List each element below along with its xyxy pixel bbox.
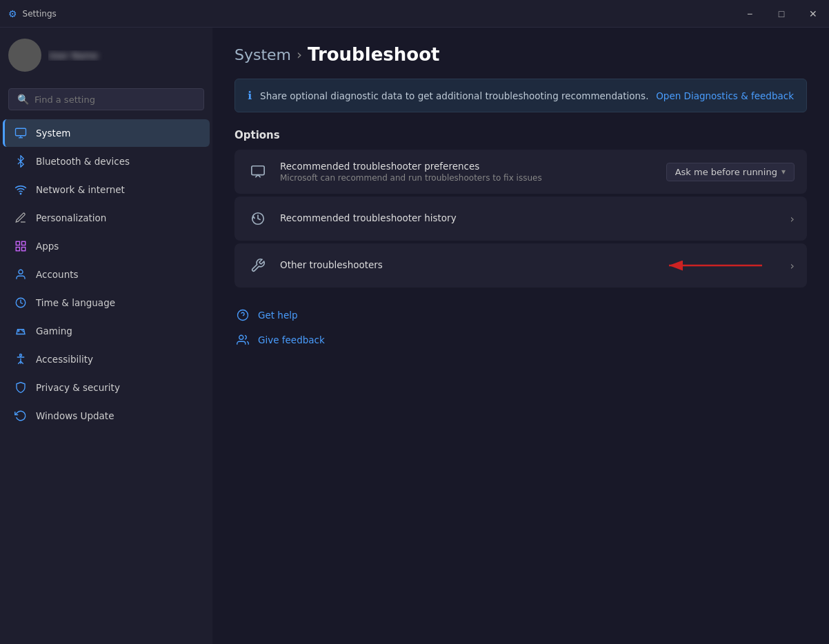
breadcrumb-parent[interactable]: System xyxy=(234,46,291,63)
app-container: User Name 🔍 SystemBluetooth & devicesNet… xyxy=(0,28,829,644)
sidebar-item-bluetooth[interactable]: Bluetooth & devices xyxy=(3,148,210,175)
option-title-2: Recommended troubleshooter history xyxy=(280,212,779,223)
settings-icon: ⚙ xyxy=(8,8,17,19)
get-help-link[interactable]: Get help xyxy=(234,307,298,323)
avatar xyxy=(8,39,41,72)
option-icon-history xyxy=(247,208,269,230)
sidebar-item-gaming[interactable]: Gaming xyxy=(3,317,210,345)
chevron-down-icon: ▾ xyxy=(781,167,786,177)
open-diagnostics-link[interactable]: Open Diagnostics & feedback xyxy=(656,90,794,101)
search-icon: 🔍 xyxy=(17,94,29,105)
nav-label-accessibility: Accessibility xyxy=(36,354,93,365)
sidebar-item-apps[interactable]: Apps xyxy=(3,232,210,260)
option-content-2: Recommended troubleshooter history xyxy=(280,212,779,225)
sidebar-item-accessibility[interactable]: Accessibility xyxy=(3,345,210,373)
info-icon: ℹ xyxy=(248,89,252,102)
chevron-right-icon-2: › xyxy=(790,259,795,272)
svg-rect-4 xyxy=(16,241,19,245)
sidebar-nav: SystemBluetooth & devicesNetwork & inter… xyxy=(0,119,212,430)
svg-rect-6 xyxy=(16,248,19,251)
nav-icon-apps xyxy=(14,239,28,253)
sidebar-item-time[interactable]: Time & language xyxy=(3,289,210,316)
svg-rect-0 xyxy=(16,128,26,136)
nav-label-network: Network & internet xyxy=(36,184,125,195)
search-box[interactable]: 🔍 xyxy=(8,88,204,110)
nav-icon-accessibility xyxy=(14,352,28,366)
nav-label-accounts: Accounts xyxy=(36,269,79,280)
search-input[interactable] xyxy=(34,94,195,105)
svg-point-12 xyxy=(22,330,23,331)
svg-point-20 xyxy=(239,335,243,339)
svg-rect-5 xyxy=(22,241,26,245)
option-recommended-prefs[interactable]: Recommended troubleshooter preferences M… xyxy=(234,150,807,194)
nav-label-apps: Apps xyxy=(36,241,59,252)
option-content-3: Other troubleshooters xyxy=(280,259,779,272)
nav-icon-accounts xyxy=(14,268,28,281)
info-banner-left: ℹ Share optional diagnostic data to get … xyxy=(248,89,648,102)
give-feedback-icon xyxy=(234,332,251,348)
get-help-text: Get help xyxy=(258,310,298,321)
nav-icon-network xyxy=(14,183,28,197)
other-troubleshooters-wrapper: Other troubleshooters › xyxy=(234,243,807,288)
info-banner-text: Share optional diagnostic data to get ad… xyxy=(260,90,648,101)
sidebar-item-system[interactable]: System xyxy=(3,119,210,147)
close-button[interactable]: ✕ xyxy=(797,0,829,28)
page-header: System › Troubleshoot xyxy=(234,44,807,65)
nav-icon-update xyxy=(14,409,28,423)
nav-icon-personalization xyxy=(14,211,28,225)
sidebar-item-update[interactable]: Windows Update xyxy=(3,402,210,430)
sidebar: User Name 🔍 SystemBluetooth & devicesNet… xyxy=(0,28,212,644)
dropdown-label-1: Ask me before running xyxy=(675,167,777,177)
options-list: Recommended troubleshooter preferences M… xyxy=(234,150,807,288)
svg-point-13 xyxy=(23,331,23,332)
svg-point-8 xyxy=(19,270,23,274)
main-content: System › Troubleshoot ℹ Share optional d… xyxy=(212,28,829,644)
option-subtitle-1: Microsoft can recommend and run troubles… xyxy=(280,173,655,183)
nav-label-privacy: Privacy & security xyxy=(36,382,120,393)
nav-icon-gaming xyxy=(14,324,28,338)
sidebar-item-privacy[interactable]: Privacy & security xyxy=(3,374,210,401)
breadcrumb: System › Troubleshoot xyxy=(234,44,807,65)
breadcrumb-current: Troubleshoot xyxy=(308,44,439,65)
nav-label-gaming: Gaming xyxy=(36,325,72,336)
option-right-2: › xyxy=(790,212,795,225)
bottom-links: Get help Give feedback xyxy=(234,307,807,348)
svg-point-14 xyxy=(20,354,22,356)
nav-icon-bluetooth xyxy=(14,154,28,168)
get-help-icon xyxy=(234,307,251,323)
option-title-3: Other troubleshooters xyxy=(280,259,779,270)
nav-icon-system xyxy=(14,126,28,140)
nav-label-update: Windows Update xyxy=(36,410,114,421)
nav-label-personalization: Personalization xyxy=(36,212,106,223)
option-recommended-history[interactable]: Recommended troubleshooter history › xyxy=(234,197,807,241)
titlebar-title: Settings xyxy=(23,9,57,19)
sidebar-item-personalization[interactable]: Personalization xyxy=(3,204,210,232)
chevron-right-icon-1: › xyxy=(790,212,795,225)
maximize-button[interactable]: □ xyxy=(766,0,797,28)
sidebar-item-network[interactable]: Network & internet xyxy=(3,176,210,203)
option-title-1: Recommended troubleshooter preferences xyxy=(280,161,655,172)
nav-icon-privacy xyxy=(14,381,28,394)
svg-rect-7 xyxy=(22,248,26,251)
give-feedback-link[interactable]: Give feedback xyxy=(234,332,325,348)
nav-icon-time xyxy=(14,296,28,310)
troubleshooter-prefs-dropdown[interactable]: Ask me before running ▾ xyxy=(666,163,795,181)
titlebar-controls: − □ ✕ xyxy=(734,0,829,28)
svg-rect-15 xyxy=(252,166,264,175)
nav-label-bluetooth: Bluetooth & devices xyxy=(36,156,130,167)
option-right-1: Ask me before running ▾ xyxy=(666,163,795,181)
search-container: 🔍 xyxy=(0,83,212,119)
minimize-button[interactable]: − xyxy=(734,0,766,28)
option-other-troubleshooters[interactable]: Other troubleshooters › xyxy=(234,243,807,288)
sidebar-item-accounts[interactable]: Accounts xyxy=(3,261,210,288)
svg-point-18 xyxy=(238,310,248,321)
option-right-3: › xyxy=(790,259,795,272)
breadcrumb-separator: › xyxy=(297,46,302,63)
sidebar-profile: User Name xyxy=(0,28,212,83)
titlebar-left: ⚙ Settings xyxy=(8,8,57,19)
svg-point-3 xyxy=(20,193,21,194)
info-banner: ℹ Share optional diagnostic data to get … xyxy=(234,79,807,112)
option-icon-wrench xyxy=(247,254,269,276)
give-feedback-text: Give feedback xyxy=(258,334,325,345)
option-icon-chat xyxy=(247,161,269,183)
